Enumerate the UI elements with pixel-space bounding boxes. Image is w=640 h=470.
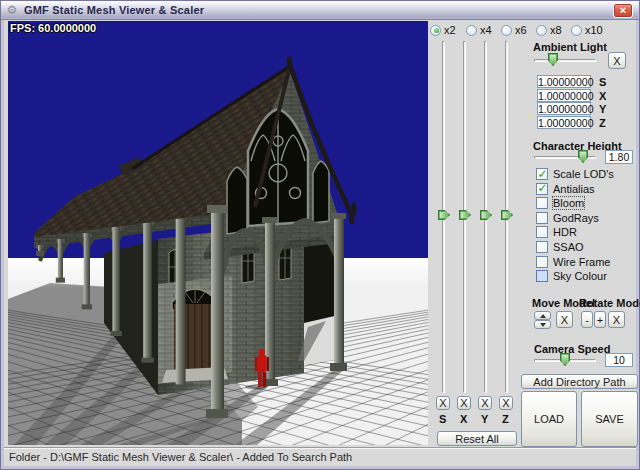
radio-label: x10 [585, 24, 603, 36]
radio-icon [571, 25, 582, 36]
move-model-up-button[interactable] [534, 311, 551, 320]
checkbox-scale-lod-s[interactable]: Scale LOD's [536, 168, 614, 180]
scale-axis-label-Y: Y [481, 413, 488, 425]
control-panel: Ambient Light X Character Height 1.80 Mo… [428, 20, 636, 447]
scale-slider-thumb-X[interactable] [459, 210, 471, 220]
scale-field-Z[interactable]: 1.00000000 [537, 116, 591, 129]
close-button[interactable]: × [613, 3, 633, 18]
checkbox-label: Wire Frame [553, 256, 610, 268]
up-arrow-icon [540, 314, 546, 318]
scale-axis-label-S: S [439, 413, 446, 425]
radio-label: x2 [444, 24, 456, 36]
checkbox-hdr[interactable]: HDR [536, 226, 577, 238]
zoom-radio-x6[interactable]: x6 [501, 24, 527, 36]
checkbox-godrays[interactable]: GodRays [536, 212, 599, 224]
scale-field-axis-label-S: S [599, 76, 606, 88]
title-bar: ⚙ GMF Static Mesh Viewer & Scaler × [1, 1, 639, 20]
rotate-model-plus-button[interactable]: + [594, 311, 606, 328]
radio-label: x4 [480, 24, 492, 36]
checkbox-label: Bloom [553, 197, 584, 209]
checkbox-label: HDR [553, 226, 577, 238]
radio-icon [430, 25, 441, 36]
down-arrow-icon [540, 323, 546, 327]
scale-field-axis-label-Z: Z [599, 117, 606, 129]
app-gear-icon: ⚙ [5, 3, 19, 17]
scale-axis-label-Z: Z [502, 413, 509, 425]
scale-field-axis-label-Y: Y [599, 103, 606, 115]
checkbox-icon [536, 183, 548, 195]
scale-field-axis-label-X: X [599, 90, 606, 102]
checkbox-icon [536, 226, 548, 238]
checkbox-label: SSAO [553, 241, 584, 253]
checkbox-label: Sky Colour [553, 270, 607, 282]
radio-label: x6 [515, 24, 527, 36]
viewport-3d[interactable]: FPS: 60.0000000 [8, 21, 428, 445]
scale-slider-thumb-Y[interactable] [480, 210, 492, 220]
radio-icon [466, 25, 477, 36]
checkbox-icon [536, 168, 548, 180]
checkbox-bloom[interactable]: Bloom [536, 197, 584, 209]
rotate-model-reset-button[interactable]: X [608, 311, 625, 328]
status-text: Folder - D:\GMF Static Mesh Viewer & Sca… [9, 451, 352, 463]
checkbox-icon [536, 241, 548, 253]
app-window: ⚙ GMF Static Mesh Viewer & Scaler × [0, 0, 640, 470]
save-button[interactable]: SAVE [581, 391, 638, 447]
reset-all-button[interactable]: Reset All [437, 431, 517, 446]
scale-reset-button-X[interactable]: X [457, 396, 471, 410]
scene-render [8, 21, 428, 445]
camera-speed-label: Camera Speed [534, 343, 610, 355]
radio-label: x8 [550, 24, 562, 36]
zoom-radio-x10[interactable]: x10 [571, 24, 603, 36]
scale-slider-thumb-S[interactable] [438, 210, 450, 220]
checkbox-wire-frame[interactable]: Wire Frame [536, 256, 610, 268]
window-title: GMF Static Mesh Viewer & Scaler [24, 4, 204, 16]
character-height-slider-thumb[interactable] [578, 150, 588, 163]
checkbox-antialias[interactable]: Antialias [536, 183, 595, 195]
zoom-radio-x8[interactable]: x8 [536, 24, 562, 36]
radio-icon [501, 25, 512, 36]
ambient-light-reset-button[interactable]: X [608, 52, 626, 69]
checkbox-label: Antialias [553, 183, 595, 195]
checkbox-ssao[interactable]: SSAO [536, 241, 584, 253]
checkbox-icon [536, 270, 548, 282]
fps-counter: FPS: 60.0000000 [10, 22, 96, 34]
character-height-field[interactable]: 1.80 [605, 150, 633, 164]
scale-reset-button-Y[interactable]: X [478, 396, 492, 410]
scale-reset-button-S[interactable]: X [436, 396, 450, 410]
scale-axis-label-X: X [460, 413, 467, 425]
move-model-down-button[interactable] [534, 320, 551, 329]
zoom-radio-x4[interactable]: x4 [466, 24, 492, 36]
scale-slider-thumb-Z[interactable] [501, 210, 513, 220]
ambient-light-label: Ambient Light [533, 41, 607, 53]
status-bar: Folder - D:\GMF Static Mesh Viewer & Sca… [4, 447, 636, 464]
move-model-reset-button[interactable]: X [556, 311, 573, 328]
add-directory-path-button[interactable]: Add Directory Path [521, 374, 638, 389]
rotate-model-label: Rotate Model [579, 297, 640, 309]
camera-speed-slider-thumb[interactable] [560, 353, 570, 366]
checkbox-icon [536, 197, 548, 209]
scale-field-Y[interactable]: 1.00000000 [537, 102, 591, 115]
checkbox-label: GodRays [553, 212, 599, 224]
load-button[interactable]: LOAD [521, 391, 577, 447]
checkbox-icon [536, 212, 548, 224]
checkbox-label: Scale LOD's [553, 168, 614, 180]
scale-field-S[interactable]: 1.00000000 [537, 75, 591, 88]
checkbox-icon [536, 256, 548, 268]
zoom-radio-x2[interactable]: x2 [430, 24, 456, 36]
rotate-model-minus-button[interactable]: - [581, 311, 593, 328]
ambient-light-slider-thumb[interactable] [548, 53, 558, 66]
scale-field-X[interactable]: 1.00000000 [537, 89, 591, 102]
camera-speed-field[interactable]: 10 [605, 353, 633, 367]
ambient-light-slider-track[interactable] [534, 59, 596, 62]
move-model-spinner[interactable] [534, 311, 551, 329]
radio-icon [536, 25, 547, 36]
checkbox-sky-colour[interactable]: Sky Colour [536, 270, 607, 282]
scale-reset-button-Z[interactable]: X [499, 396, 513, 410]
